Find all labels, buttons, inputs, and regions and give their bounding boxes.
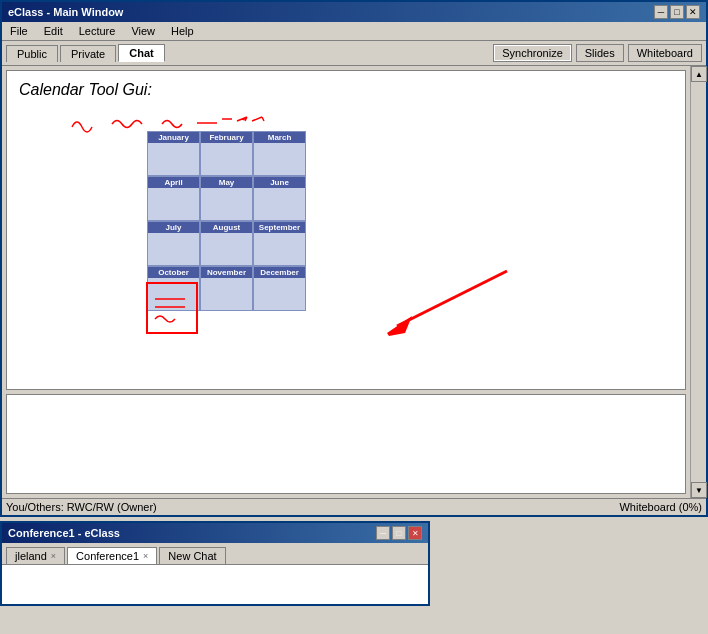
tab-chat[interactable]: Chat (118, 44, 164, 62)
whiteboard-button[interactable]: Whiteboard (628, 44, 702, 62)
menu-edit[interactable]: Edit (40, 24, 67, 38)
cal-apr-header: April (148, 177, 199, 188)
main-title-bar: eClass - Main Window ─ □ ✕ (2, 2, 706, 22)
cal-dec-header: December (254, 267, 305, 278)
scroll-up-button[interactable]: ▲ (691, 66, 707, 82)
cal-june: June (253, 176, 306, 221)
calendar-row-2: April May June (147, 176, 307, 221)
toolbar-right: Synchronize Slides Whiteboard (493, 44, 702, 62)
cal-august: August (200, 221, 253, 266)
svg-marker-6 (387, 316, 412, 336)
synchronize-button[interactable]: Synchronize (493, 44, 572, 62)
cal-may: May (200, 176, 253, 221)
cal-sep-body (254, 233, 305, 265)
tab-private[interactable]: Private (60, 45, 116, 62)
cal-december: December (253, 266, 306, 311)
cal-jul-header: July (148, 222, 199, 233)
tab-public[interactable]: Public (6, 45, 58, 62)
main-scrollbar[interactable]: ▲ ▼ (690, 66, 706, 498)
menu-bar: File Edit Lecture View Help (2, 22, 706, 41)
cal-september: September (253, 221, 306, 266)
content-area: Calendar Tool Gui: January (2, 66, 706, 498)
conf-content (2, 564, 428, 604)
conf-close-button[interactable]: ✕ (408, 526, 422, 540)
cal-sep-header: September (254, 222, 305, 233)
toolbar: Public Private Chat Synchronize Slides W… (2, 41, 706, 66)
menu-file[interactable]: File (6, 24, 32, 38)
title-bar-controls: ─ □ ✕ (654, 5, 700, 19)
cal-february: February (200, 131, 253, 176)
menu-lecture[interactable]: Lecture (75, 24, 120, 38)
conf-tab-new-chat[interactable]: New Chat (159, 547, 225, 564)
conference-window: Conference1 - eClass ─ □ ✕ jleland × Con… (0, 521, 430, 606)
cal-mar-header: March (254, 132, 305, 143)
svg-rect-2 (147, 283, 197, 333)
cal-march: March (253, 131, 306, 176)
status-bar: You/Others: RWC/RW (Owner) Whiteboard (0… (2, 498, 706, 515)
main-window-title: eClass - Main Window (8, 6, 123, 18)
conf-tab-new-chat-label: New Chat (168, 550, 216, 562)
chat-input-panel[interactable] (6, 394, 686, 494)
cal-dec-body (254, 278, 305, 310)
cal-mar-body (254, 143, 305, 175)
conf-tab-conference1[interactable]: Conference1 × (67, 547, 157, 564)
minimize-button[interactable]: ─ (654, 5, 668, 19)
cal-aug-body (201, 233, 252, 265)
menu-view[interactable]: View (127, 24, 159, 38)
cal-aug-header: August (201, 222, 252, 233)
conf-title-controls: ─ □ ✕ (376, 526, 422, 540)
slides-button[interactable]: Slides (576, 44, 624, 62)
red-annotation-box (145, 281, 205, 336)
cal-jan-body (148, 143, 199, 175)
conf-maximize-button[interactable]: □ (392, 526, 406, 540)
cal-jul-body (148, 233, 199, 265)
calendar-row-3: July August September (147, 221, 307, 266)
cal-feb-header: February (201, 132, 252, 143)
main-window: eClass - Main Window ─ □ ✕ File Edit Lec… (0, 0, 708, 517)
conf-tab-jleland[interactable]: jleland × (6, 547, 65, 564)
menu-help[interactable]: Help (167, 24, 198, 38)
scroll-down-button[interactable]: ▼ (691, 482, 707, 498)
cal-nov-body (201, 278, 252, 310)
cal-april: April (147, 176, 200, 221)
cal-jun-header: June (254, 177, 305, 188)
close-button[interactable]: ✕ (686, 5, 700, 19)
svg-line-5 (397, 271, 507, 326)
cal-may-header: May (201, 177, 252, 188)
red-arrow (377, 261, 517, 351)
cal-apr-body (148, 188, 199, 220)
conf-tab-jleland-close[interactable]: × (51, 551, 56, 561)
cal-may-body (201, 188, 252, 220)
conf-tab-conference1-close[interactable]: × (143, 551, 148, 561)
conf-window-title: Conference1 - eClass (8, 527, 120, 539)
cal-oct-header: October (148, 267, 199, 278)
whiteboard-title: Calendar Tool Gui: (7, 71, 685, 103)
cal-jun-body (254, 188, 305, 220)
conf-tab-bar: jleland × Conference1 × New Chat (2, 543, 428, 564)
status-left: You/Others: RWC/RW (Owner) (6, 501, 157, 513)
cal-jan-header: January (148, 132, 199, 143)
conf-tab-jleland-label: jleland (15, 550, 47, 562)
maximize-button[interactable]: □ (670, 5, 684, 19)
status-right: Whiteboard (0%) (619, 501, 702, 513)
cal-nov-header: November (201, 267, 252, 278)
cal-feb-body (201, 143, 252, 175)
content-wrapper: Calendar Tool Gui: January (2, 66, 706, 498)
conf-tab-conference1-label: Conference1 (76, 550, 139, 562)
calendar-row-1: January February March (147, 131, 307, 176)
cal-january: January (147, 131, 200, 176)
cal-november: November (200, 266, 253, 311)
cal-july: July (147, 221, 200, 266)
conf-minimize-button[interactable]: ─ (376, 526, 390, 540)
conf-title-bar: Conference1 - eClass ─ □ ✕ (2, 523, 428, 543)
whiteboard-panel: Calendar Tool Gui: January (6, 70, 686, 390)
tab-bar: Public Private Chat (6, 44, 489, 62)
